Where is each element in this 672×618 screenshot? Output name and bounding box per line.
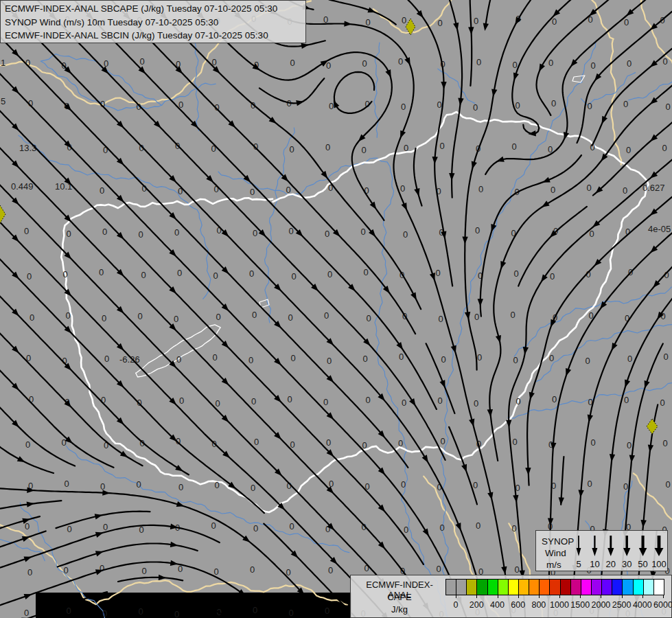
station-value: 0 [329,101,334,111]
station-value: 0 [253,605,257,615]
station-value: 0 [324,310,329,321]
cape-tick-mark [642,595,643,598]
station-value: 0 [62,269,67,279]
station-value: 0 [212,352,217,363]
cape-color-swatch [634,580,644,595]
station-value: 0 [24,608,29,618]
wind-legend-title-line: m/s [546,560,561,570]
cape-color-swatch [519,580,529,595]
station-value: 0 [61,437,66,448]
cape-tick-value: 1000 [550,600,569,610]
station-value: 0 [174,314,178,324]
cape-tick-value: 6000 [653,600,672,610]
station-value: 0 [179,396,184,406]
station-value: 0 [515,100,520,111]
station-value: 0 [404,143,408,153]
station-value: 0 [289,521,294,531]
station-value: 0 [253,228,257,238]
station-value: 0 [590,60,595,71]
station-value: 0 [401,479,406,490]
station-value: 0 [176,354,181,365]
station-value: 0 [476,520,480,531]
station-value: 0 [213,566,218,577]
cape-color-swatch [488,580,498,595]
station-value: 0 [402,15,406,25]
cape-tick-mark [498,595,498,598]
station-value: 0 [325,142,330,152]
station-value: 0 [513,355,518,365]
cape-color-bar [445,579,664,595]
station-value: 0 [25,521,30,531]
station-value: 0 [141,566,146,576]
wind-speed-legend: SYNOPWindm/s510203050100 [535,530,668,571]
cape-tick-mark [539,595,540,598]
station-value: 0 [253,523,258,534]
station-value: 0 [402,398,406,408]
station-value: 0 [248,355,253,365]
station-value: 0 [662,56,667,67]
cape-color-swatch [612,580,623,595]
station-value: 0 [474,398,478,409]
station-value: 0 [624,395,629,405]
station-value: 0 [250,564,255,575]
station-value: 0 [30,312,34,323]
station-value: 0 [511,523,516,534]
cape-tick-value: 2500 [612,600,632,610]
station-value: 0 [329,479,334,489]
station-value: 0 [137,311,142,321]
station-value: 0 [623,99,628,109]
station-value: 0 [325,606,329,616]
station-value: 0 [102,313,106,323]
station-value: 0 [249,268,254,279]
station-value: 0 [25,439,30,450]
station-value: 0 [663,352,668,362]
station-value: 0 [363,267,368,277]
station-value: 0 [178,482,183,492]
station-value: 0 [439,523,444,533]
station-value: 0 [476,57,481,67]
station-value: 0 [288,608,293,618]
station-value: 0 [514,564,519,575]
station-value: 0 [66,606,71,616]
station-value: 0 [102,608,107,618]
station-value: 0 [99,267,104,277]
wind-speed-arrowhead [607,548,614,556]
station-value: 0 [213,271,218,281]
station-value: 0 [136,479,141,490]
station-value: 0 [549,353,554,363]
station-value: 0 [660,398,664,408]
title-line-wind: SYNOP Wind (m/s) 10m Tuesday 07-10-2025 … [5,16,301,30]
cape-color-swatch [456,580,467,595]
station-value: 0 [550,271,555,282]
station-value-special: 0.449 [11,181,34,192]
station-value: 0 [665,479,670,490]
station-value: 0 [473,102,478,113]
station-value: 0 [67,524,71,534]
station-value: 0 [627,58,632,69]
station-value: 0 [398,438,403,448]
station-value: 0 [291,271,296,282]
cape-tick-mark [601,595,601,598]
station-value: 0 [551,185,555,195]
title-line-sbcape: ECMWF-INDEX-ANAL SBCAPE (J/kg) Tuesday 0… [5,2,301,16]
station-value: 0 [100,185,104,196]
cape-tick-mark [476,595,477,598]
station-value: 0 [477,352,482,363]
title-line-sbcin: ECMWF-INDEX-ANAL SBCIN (J/kg) Tuesday 07… [5,29,301,43]
station-value: 0 [441,354,445,365]
weather-map: 0000000000000000000000000000000000000000… [0,0,672,618]
station-value: 0 [288,312,292,323]
station-value: 0 [665,102,670,112]
cape-tick-value: 200 [470,600,484,610]
station-value: 0 [437,100,441,110]
station-value: 0 [435,268,440,278]
cape-tick-value: 600 [511,600,525,610]
cape-tick-value: 2000 [591,600,610,610]
station-value: 0 [627,440,632,450]
weather-map-app: 0000000000000000000000000000000000000000… [0,0,672,618]
station-value: 0 [174,609,179,618]
cape-tick-value: 1500 [570,600,590,610]
wind-speed-value: 100 [651,559,667,569]
station-value: 0 [366,313,371,323]
station-value: 0 [63,565,68,575]
